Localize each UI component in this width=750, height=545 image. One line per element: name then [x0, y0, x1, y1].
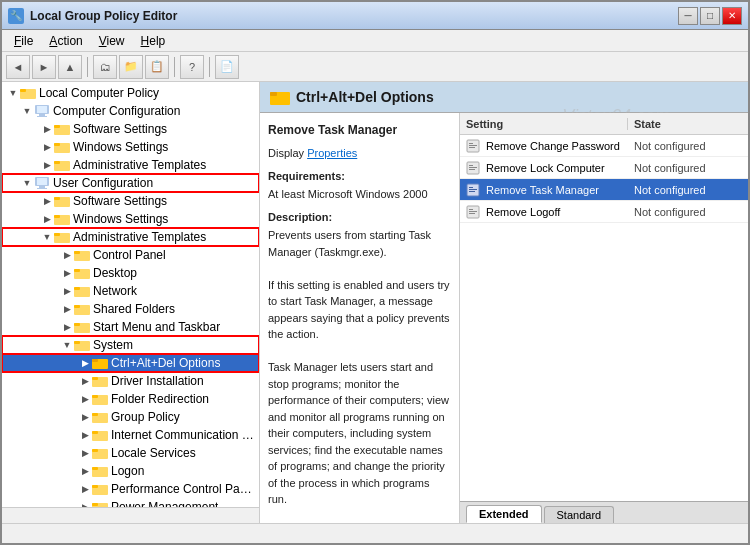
- expand-power[interactable]: ▶: [78, 500, 92, 507]
- help-button[interactable]: ?: [180, 55, 204, 79]
- tree-control-panel[interactable]: ▶ Control Panel: [2, 246, 259, 264]
- expand-system[interactable]: ▼: [60, 338, 74, 352]
- expand-cad[interactable]: ▶: [78, 356, 92, 370]
- expand-sw-cc[interactable]: ▶: [40, 122, 54, 136]
- tree-computer-config[interactable]: ▼ Computer Configuration: [2, 102, 259, 120]
- svg-rect-53: [270, 92, 277, 96]
- expand-logon[interactable]: ▶: [78, 464, 92, 478]
- row-icon-4: [464, 203, 482, 221]
- collapse-button[interactable]: 📁: [119, 55, 143, 79]
- tree-network[interactable]: ▶ Network: [2, 282, 259, 300]
- properties-button[interactable]: 📋: [145, 55, 169, 79]
- tree-user-config[interactable]: ▼ User Configuration: [2, 174, 259, 192]
- expand-cp[interactable]: ▶: [60, 248, 74, 262]
- svg-rect-31: [74, 323, 80, 326]
- tree-windows-cc[interactable]: ▶ Windows Settings: [2, 138, 259, 156]
- up-button[interactable]: ▲: [58, 55, 82, 79]
- tree-driver-install[interactable]: ▶ Driver Installation: [2, 372, 259, 390]
- power-label: Power Management: [111, 500, 218, 507]
- user-config-icon: [34, 176, 50, 190]
- tree-software-uc[interactable]: ▶ Software Settings: [2, 192, 259, 210]
- row-state-1: Not configured: [628, 140, 748, 152]
- folder-icon-power: [92, 500, 108, 507]
- tree-scrollbar-h[interactable]: [2, 507, 259, 523]
- expand-admin-uc[interactable]: ▼: [40, 230, 54, 244]
- minimize-button[interactable]: ─: [678, 7, 698, 25]
- close-button[interactable]: ✕: [722, 7, 742, 25]
- logon-label: Logon: [111, 464, 144, 478]
- tab-standard[interactable]: Standard: [544, 506, 615, 523]
- row-remove-lock[interactable]: Remove Lock Computer Not configured: [460, 157, 748, 179]
- folder-icon-cad: [92, 356, 108, 370]
- tree-start-menu[interactable]: ▶ Start Menu and Taskbar: [2, 318, 259, 336]
- col-setting: Setting: [460, 118, 628, 130]
- description-panel: Remove Task Manager Display Properties R…: [260, 113, 460, 523]
- expand-fr[interactable]: ▶: [78, 392, 92, 406]
- expand-win-cc[interactable]: ▶: [40, 140, 54, 154]
- expand-cc[interactable]: ▼: [20, 104, 34, 118]
- menu-file[interactable]: File: [6, 32, 41, 50]
- folder-icon-network: [74, 284, 90, 298]
- svg-rect-37: [92, 377, 98, 380]
- expand-desktop[interactable]: ▶: [60, 266, 74, 280]
- expand-win-uc[interactable]: ▶: [40, 212, 54, 226]
- expand-ls[interactable]: ▶: [78, 446, 92, 460]
- svg-rect-69: [469, 213, 475, 214]
- maximize-button[interactable]: □: [700, 7, 720, 25]
- menu-view[interactable]: View: [91, 32, 133, 50]
- expand-sw-uc[interactable]: ▶: [40, 194, 54, 208]
- fr-label: Folder Redirection: [111, 392, 209, 406]
- tree-logon[interactable]: ▶ Logon: [2, 462, 259, 480]
- forward-button[interactable]: ►: [32, 55, 56, 79]
- row-remove-logoff[interactable]: Remove Logoff Not configured: [460, 201, 748, 223]
- network-label: Network: [93, 284, 137, 298]
- right-content: Remove Task Manager Display Properties R…: [260, 113, 748, 523]
- svg-rect-59: [469, 165, 473, 166]
- expand-di[interactable]: ▶: [78, 374, 92, 388]
- svg-rect-29: [74, 305, 80, 308]
- expand-uc[interactable]: ▼: [20, 176, 34, 190]
- expand-ic[interactable]: ▶: [78, 428, 92, 442]
- tree-system[interactable]: ▼ System: [2, 336, 259, 354]
- new-window-button[interactable]: 📄: [215, 55, 239, 79]
- tree-internet-comm[interactable]: ▶ Internet Communication M...: [2, 426, 259, 444]
- window-controls: ─ □ ✕: [678, 7, 742, 25]
- status-bar: [2, 523, 748, 543]
- ic-label: Internet Communication M...: [111, 428, 255, 442]
- back-button[interactable]: ◄: [6, 55, 30, 79]
- tree-software-cc[interactable]: ▶ Software Settings: [2, 120, 259, 138]
- expand-sf[interactable]: ▶: [60, 302, 74, 316]
- expand-root[interactable]: ▼: [6, 86, 20, 100]
- tree-folder-redirect[interactable]: ▶ Folder Redirection: [2, 390, 259, 408]
- expand-network[interactable]: ▶: [60, 284, 74, 298]
- row-remove-change-pwd[interactable]: Remove Change Password Not configured: [460, 135, 748, 157]
- properties-link[interactable]: Properties: [307, 147, 357, 159]
- tree-shared-folders[interactable]: ▶ Shared Folders: [2, 300, 259, 318]
- folder-icon-di: [92, 374, 108, 388]
- tree-group-policy[interactable]: ▶ Group Policy: [2, 408, 259, 426]
- tree-locale[interactable]: ▶ Locale Services: [2, 444, 259, 462]
- tree-view[interactable]: ▼ Local Computer Policy ▼ Computer Confi…: [2, 82, 259, 507]
- menu-help[interactable]: Help: [133, 32, 174, 50]
- settings-header: Setting State: [460, 113, 748, 135]
- svg-rect-7: [54, 125, 60, 128]
- tree-windows-uc[interactable]: ▶ Windows Settings: [2, 210, 259, 228]
- show-hide-button[interactable]: 🗂: [93, 55, 117, 79]
- expand-sm[interactable]: ▶: [60, 320, 74, 334]
- svg-rect-11: [54, 161, 60, 164]
- tree-power[interactable]: ▶ Power Management: [2, 498, 259, 507]
- tree-perf[interactable]: ▶ Performance Control Pane...: [2, 480, 259, 498]
- desktop-label: Desktop: [93, 266, 137, 280]
- expand-perf[interactable]: ▶: [78, 482, 92, 496]
- menu-action[interactable]: Action: [41, 32, 90, 50]
- row-remove-task-manager[interactable]: Remove Task Manager Not configured: [460, 179, 748, 201]
- expand-gp[interactable]: ▶: [78, 410, 92, 424]
- tab-extended[interactable]: Extended: [466, 505, 542, 523]
- tree-admin-uc[interactable]: ▼ Administrative Templates: [2, 228, 259, 246]
- svg-rect-43: [92, 431, 98, 434]
- tree-admin-cc[interactable]: ▶ Administrative Templates: [2, 156, 259, 174]
- tree-root[interactable]: ▼ Local Computer Policy: [2, 84, 259, 102]
- tree-ctrl-alt-del[interactable]: ▶ Ctrl+Alt+Del Options: [2, 354, 259, 372]
- expand-admin-cc[interactable]: ▶: [40, 158, 54, 172]
- tree-desktop[interactable]: ▶ Desktop: [2, 264, 259, 282]
